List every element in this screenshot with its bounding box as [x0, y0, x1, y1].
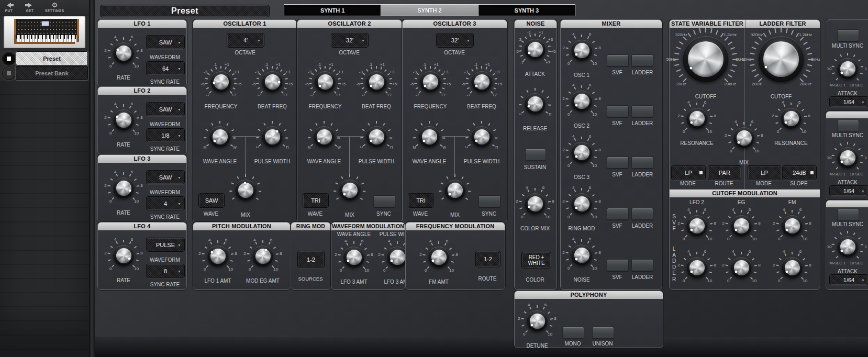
- mixer-osc1-svf-led[interactable]: [607, 54, 629, 66]
- tab-synth-1[interactable]: SYNTH 1: [284, 5, 381, 16]
- mixer-osc3-svf-led[interactable]: [607, 157, 629, 169]
- polyphony-unison-led[interactable]: [592, 327, 614, 339]
- osc2-frequency-knob[interactable]: -7-5-3-1+1+3+5+7FREQUENCY: [303, 59, 348, 104]
- env3-attack-knob[interactable]: 101M-SEC 110 SECATTACK: [825, 224, 868, 269]
- mixer-noise-svf-led[interactable]: [607, 259, 629, 271]
- env3-multisync-led[interactable]: [837, 209, 859, 221]
- lfo3-syncrate-select[interactable]: 4: [146, 196, 185, 210]
- noise-release-knob[interactable]: ⊔ΠRELEASE: [513, 81, 558, 126]
- cutoffmod-svf-lfo2-knob[interactable]: 0246810: [674, 203, 719, 248]
- osc1-pulsewidth-knob[interactable]: ⊔ΠPULSE WIDTH: [250, 114, 295, 159]
- preset-bank-radio[interactable]: [2, 66, 16, 80]
- osc2-beatfreq-knob[interactable]: -7-5-3-1+1+3+5+7BEAT FREQ: [354, 59, 399, 104]
- osc1-frequency-knob[interactable]: -7-5-3-1+1+3+5+7FREQUENCY: [198, 59, 243, 104]
- osc3-beatfreq-knob[interactable]: -7-5-3-1+1+3+5+7BEAT FREQ: [459, 59, 504, 104]
- osc1-wave-button[interactable]: SAW: [198, 193, 225, 208]
- osc2-octave-select[interactable]: 32': [331, 33, 369, 48]
- env1-rate-select[interactable]: 1/64: [829, 96, 868, 107]
- svf-mode-button[interactable]: LP: [671, 165, 706, 180]
- osc2-sync-led[interactable]: [373, 195, 395, 207]
- mixer-ringmod-svf-led[interactable]: [607, 208, 629, 220]
- osc3-pulsewidth-knob[interactable]: ⊔ΠPULSE WIDTH: [459, 114, 504, 159]
- env2-multisync-led[interactable]: [837, 120, 859, 132]
- svf-resonance-knob[interactable]: 0246810RESONANCE: [674, 96, 719, 141]
- osc3-waveangle-knob[interactable]: MWWAVE ANGLE: [407, 114, 452, 159]
- preset-radio[interactable]: [2, 52, 16, 65]
- cutoffmod-ladder-lfo2-knob[interactable]: 0246810: [674, 245, 719, 290]
- cutoffmod-ladder-eg-knob[interactable]: 0246810: [719, 245, 764, 290]
- freqmod-fmamt-knob[interactable]: 0246810FM AMT: [416, 235, 461, 280]
- cutoffmod-svf-fm-knob[interactable]: 0246810: [770, 203, 815, 248]
- osc3-mix-knob[interactable]: MIX: [432, 168, 477, 213]
- mixer-noise-knob[interactable]: 0246810NOISE: [559, 232, 604, 277]
- ladder-mode-button[interactable]: LP: [748, 165, 781, 180]
- lfo4-rate-knob[interactable]: 0246810RATE: [101, 233, 146, 278]
- svf-route-button[interactable]: PAR: [708, 165, 741, 180]
- polyphony-mono-led[interactable]: [562, 327, 584, 339]
- noise-color-button[interactable]: RED + WHITE: [521, 252, 551, 269]
- filter-mix-knob[interactable]: 0246810MIX: [721, 115, 766, 160]
- env2-attack-knob[interactable]: 101M-SEC 110 SECATTACK: [825, 135, 868, 180]
- osc2-waveangle-knob[interactable]: MWWAVE ANGLE: [302, 114, 347, 159]
- noise-sustain-led[interactable]: [525, 149, 546, 161]
- ladder-slope-button[interactable]: 24dB: [782, 165, 817, 180]
- osc2-mix-knob[interactable]: MIX: [327, 168, 372, 213]
- mixer-osc2-knob[interactable]: 0246810OSC 2: [559, 79, 604, 124]
- env3-rate-select[interactable]: 1/64: [829, 274, 868, 285]
- lfo2-waveform-select[interactable]: SAW: [146, 102, 185, 116]
- pitchmod-lfo1amt-knob[interactable]: 0246810LFO 1 AMT: [195, 233, 240, 278]
- osc2-pulsewidth-knob[interactable]: ⊔ΠPULSE WIDTH: [354, 114, 399, 159]
- get-button[interactable]: GET: [25, 2, 35, 13]
- osc1-mix-knob[interactable]: MIX: [223, 168, 268, 213]
- mixer-ringmod-knob[interactable]: 0246810RING MOD: [559, 181, 604, 226]
- lfo2-syncrate-select[interactable]: 1/8: [146, 128, 185, 142]
- env2-rate-select[interactable]: 1/64: [829, 185, 868, 196]
- preset-title-bar[interactable]: Preset: [100, 5, 270, 17]
- pitchmod-modegamt-knob[interactable]: 0246810MOD EG AMT: [240, 233, 285, 278]
- freqmod-route-button[interactable]: 1-2: [475, 251, 500, 267]
- osc2-wave-button[interactable]: TRI: [303, 193, 329, 208]
- ladder-resonance-knob[interactable]: 0246810RESONANCE: [769, 96, 814, 141]
- lfo2-rate-knob[interactable]: 0246810RATE: [101, 97, 146, 142]
- cutoffmod-svf-eg-knob[interactable]: 0246810: [719, 203, 764, 248]
- noise-attack-knob[interactable]: -7-5-3-1+1+3+5+7ATTACK: [513, 27, 558, 72]
- wavemod-lfo3amt-knob1[interactable]: 0246810LFO 3 AMT: [331, 235, 376, 280]
- lfo3-waveform-select[interactable]: SAW: [146, 170, 185, 184]
- ladder-cutoff-knob[interactable]: 20Hz50Hz320Hz1.2kHz3kHz20kHzCUTOFF: [742, 20, 820, 98]
- polyphony-detune-knob[interactable]: 0246810DETUNE: [515, 298, 560, 343]
- lfo3-rate-knob[interactable]: 0246810RATE: [101, 165, 146, 210]
- lfo1-rate-knob[interactable]: 0246810RATE: [101, 30, 146, 75]
- env1-attack-knob[interactable]: 101M-SEC 110 SECATTACK: [825, 46, 868, 91]
- ringmod-sources-button[interactable]: 1-2: [297, 251, 325, 268]
- mixer-ringmod-ladder-led[interactable]: [631, 208, 653, 220]
- osc3-wave-button[interactable]: TRI: [408, 193, 434, 208]
- mixer-noise-ladder-led[interactable]: [631, 259, 653, 271]
- osc3-frequency-knob[interactable]: -7-5-3-1+1+3+5+7FREQUENCY: [408, 59, 453, 104]
- mixer-osc2-ladder-led[interactable]: [631, 105, 653, 117]
- mixer-osc3-knob[interactable]: 0246810OSC 3: [559, 130, 604, 175]
- vertical-scrollbar[interactable]: [89, 0, 95, 357]
- tab-synth-2[interactable]: SYNTH 2: [381, 5, 477, 16]
- mixer-osc1-ladder-led[interactable]: [631, 54, 653, 66]
- env1-multisync-led[interactable]: [837, 29, 859, 41]
- svf-cutoff-knob[interactable]: 20Hz50Hz320Hz1.2kHz3kHz20kHzCUTOFF: [666, 20, 745, 98]
- osc1-octave-select[interactable]: 4': [227, 33, 264, 48]
- lfo4-syncrate-select[interactable]: 8: [146, 264, 185, 278]
- osc3-octave-select[interactable]: 32': [436, 33, 474, 48]
- tab-synth-3[interactable]: SYNTH 3: [478, 5, 575, 16]
- preset-button[interactable]: Preset: [16, 51, 88, 65]
- osc1-waveangle-knob[interactable]: MWWAVE ANGLE: [197, 114, 242, 159]
- cutoffmod-ladder-fm-knob[interactable]: 0246810: [770, 245, 815, 290]
- osc3-sync-led[interactable]: [478, 195, 500, 207]
- mixer-osc2-svf-led[interactable]: [607, 105, 629, 117]
- lfo1-waveform-select[interactable]: SAW: [146, 35, 185, 49]
- preset-bank-button[interactable]: Preset Bank: [16, 66, 88, 80]
- mixer-osc3-ladder-led[interactable]: [631, 157, 653, 169]
- mixer-osc1-knob[interactable]: 0246810OSC 1: [559, 28, 604, 73]
- osc1-beatfreq-knob[interactable]: -7-5-3-1+1+3+5+7BEAT FREQ: [250, 59, 295, 104]
- lfo4-waveform-select[interactable]: PULSE: [146, 238, 185, 252]
- put-button[interactable]: PUT: [4, 2, 14, 13]
- settings-button[interactable]: ⚙ SETTINGS: [45, 2, 64, 13]
- lfo1-syncrate-select[interactable]: 64: [146, 61, 185, 75]
- noise-colormix-knob[interactable]: 0246810COLOR MIX: [513, 181, 558, 226]
